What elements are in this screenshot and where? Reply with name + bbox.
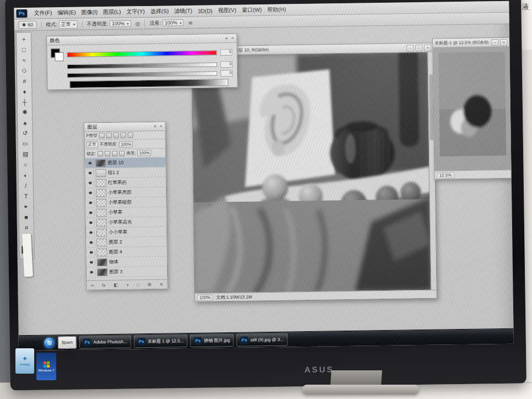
layer-thumbnail[interactable]: [96, 199, 106, 207]
tool-clone-stamp-icon[interactable]: ♠: [19, 117, 31, 128]
tool-spot-heal-icon[interactable]: ┼: [19, 96, 31, 107]
visibility-eye-icon[interactable]: [87, 180, 94, 186]
layer-row[interactable]: 图层 10: [85, 158, 165, 169]
menu-window[interactable]: 窗口(W): [239, 6, 265, 14]
maximize-icon[interactable]: □: [415, 45, 422, 51]
layer-row[interactable]: 组1 2: [85, 168, 165, 179]
layer-row[interactable]: 小苹果高光: [86, 217, 166, 228]
tool-eyedropper-icon[interactable]: ♦: [18, 86, 30, 96]
tool-gradient-icon[interactable]: ▤: [19, 149, 31, 159]
layer-row[interactable]: 红苹果的: [85, 177, 166, 188]
brush-preset-picker[interactable]: ✱ 60: [19, 21, 37, 29]
layer-row[interactable]: 小苹果亮部: [85, 187, 166, 198]
layer-group-icon[interactable]: □: [137, 282, 139, 287]
panel-menu-icon[interactable]: ≡: [225, 36, 228, 41]
menu-3d[interactable]: 3D(D): [195, 8, 216, 14]
link-layers-icon[interactable]: ∞: [91, 283, 94, 288]
layer-thumbnail[interactable]: [96, 239, 107, 246]
color-ramp[interactable]: [69, 79, 228, 88]
menu-view[interactable]: 视图(V): [215, 7, 239, 15]
filter-type-icon[interactable]: [114, 133, 119, 138]
tool-path-select-icon[interactable]: ▸: [20, 201, 32, 212]
zoom-level-field[interactable]: 12.5%: [437, 172, 454, 178]
start-button[interactable]: ⊞: [44, 337, 55, 348]
menu-layer[interactable]: 图层(L): [100, 8, 123, 17]
tool-hand-icon[interactable]: ¤: [20, 222, 33, 233]
visibility-eye-icon[interactable]: [87, 249, 95, 256]
layer-filter-label[interactable]: P类型: [87, 133, 98, 138]
layer-mask-icon[interactable]: ◧: [114, 282, 118, 287]
slider-value[interactable]: 0: [221, 61, 233, 68]
saturation-slider[interactable]: [67, 62, 217, 69]
blend-mode-dropdown[interactable]: 正常: [59, 20, 78, 28]
minimize-icon[interactable]: –: [491, 39, 498, 46]
layers-panel-tab[interactable]: 图层: [87, 123, 97, 131]
visibility-eye-icon[interactable]: [86, 160, 94, 166]
layer-style-icon[interactable]: fx: [102, 283, 105, 288]
new-layer-icon[interactable]: ⊞: [148, 282, 152, 287]
tool-blur-icon[interactable]: ○: [19, 159, 31, 170]
layer-group-thumbnail[interactable]: [95, 169, 106, 177]
layer-thumbnail[interactable]: [95, 159, 106, 167]
layer-thumbnail[interactable]: [97, 268, 108, 276]
lock-all-icon[interactable]: [119, 150, 125, 156]
tool-history-brush-icon[interactable]: ↺: [19, 128, 31, 138]
layer-fill-dropdown[interactable]: 100%: [137, 150, 151, 156]
pen-pressure-opacity-icon[interactable]: ◎: [135, 20, 140, 26]
tool-lasso-icon[interactable]: ≈: [18, 55, 30, 65]
slider-value[interactable]: 0: [220, 49, 232, 56]
layer-thumbnail[interactable]: [97, 258, 108, 266]
tool-crop-icon[interactable]: #: [18, 76, 30, 86]
layer-row[interactable]: 图层 3: [87, 267, 167, 278]
filter-adjustment-icon[interactable]: [106, 133, 112, 138]
menu-image[interactable]: 图像(I): [78, 8, 100, 17]
panel-close-icon[interactable]: ×: [231, 36, 234, 41]
tool-marquee-icon[interactable]: □: [18, 44, 30, 55]
tool-eraser-icon[interactable]: ▭: [19, 138, 31, 149]
layer-row[interactable]: 小苹果暗部: [85, 197, 166, 208]
taskbar-app-button[interactable]: 知wm: [58, 336, 77, 349]
layer-thumbnail[interactable]: [96, 179, 106, 187]
still-life-canvas[interactable]: [192, 52, 432, 294]
visibility-eye-icon[interactable]: [87, 209, 94, 216]
layer-opacity-dropdown[interactable]: 100%: [119, 141, 133, 147]
tool-shape-icon[interactable]: ■: [20, 212, 32, 222]
visibility-eye-icon[interactable]: [88, 259, 95, 266]
visibility-eye-icon[interactable]: [87, 239, 95, 246]
filter-shape-icon[interactable]: [121, 133, 126, 138]
close-icon[interactable]: ×: [500, 39, 507, 45]
layer-thumbnail[interactable]: [96, 189, 106, 197]
taskbar-document-button[interactable]: Ps still (9).jpg @ 3...: [237, 333, 287, 346]
layer-row[interactable]: 图层 4: [86, 247, 166, 258]
lock-transparency-icon[interactable]: [98, 151, 103, 157]
tool-pen-icon[interactable]: /: [20, 180, 32, 191]
layer-row[interactable]: 小苹果: [85, 207, 166, 218]
taskbar-document-button[interactable]: Ps 静物 图片.jpg: [190, 334, 234, 347]
tool-brush-icon[interactable]: ✱: [19, 107, 31, 117]
layer-row[interactable]: 小小苹果: [86, 227, 166, 238]
menu-help[interactable]: 帮助(H): [265, 6, 289, 14]
taskbar-document-button[interactable]: Ps 未标题 1 @ 12.5...: [133, 335, 187, 348]
menu-edit[interactable]: 编辑(E): [55, 9, 79, 17]
spheres-canvas[interactable]: [433, 47, 510, 171]
tool-type-icon[interactable]: T: [20, 191, 32, 201]
airbrush-icon[interactable]: ≋: [188, 19, 193, 25]
visibility-eye-icon[interactable]: [87, 199, 94, 206]
visibility-eye-icon[interactable]: [88, 269, 95, 276]
menu-filter[interactable]: 滤镜(T): [171, 7, 195, 15]
layer-thumbnail[interactable]: [96, 229, 107, 236]
flow-dropdown[interactable]: 100%: [163, 19, 184, 26]
layer-row[interactable]: 物体: [87, 257, 167, 268]
zoom-level-field[interactable]: 100%: [197, 294, 213, 300]
menu-file[interactable]: 文件(F): [31, 9, 55, 17]
hue-slider[interactable]: [67, 50, 217, 57]
slider-value[interactable]: 0: [221, 70, 233, 77]
tool-dodge-icon[interactable]: ◐: [19, 170, 31, 180]
visibility-eye-icon[interactable]: [87, 190, 94, 196]
visibility-eye-icon[interactable]: [87, 229, 95, 236]
layer-thumbnail[interactable]: [96, 209, 106, 217]
layer-blend-mode-dropdown[interactable]: 正常: [87, 141, 98, 148]
layer-thumbnail[interactable]: [96, 249, 107, 256]
background-color-swatch[interactable]: [55, 52, 63, 61]
panel-menu-icon[interactable]: ≡: [154, 124, 157, 129]
